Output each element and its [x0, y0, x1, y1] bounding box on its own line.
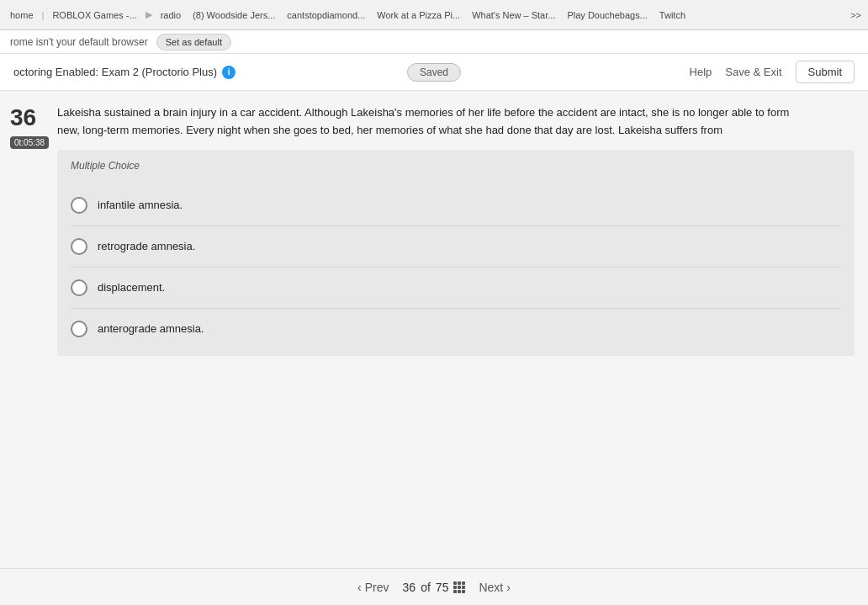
- exam-title-area: octoring Enabled: Exam 2 (Proctorio Plus…: [13, 66, 690, 79]
- pagination-bar: ‹ Prev 36 of 75 Next ›: [0, 568, 868, 605]
- prev-label: Prev: [365, 581, 389, 594]
- tab-pizza[interactable]: Work at a Pizza Pi...: [373, 8, 463, 22]
- default-browser-message: rome isn't your default browser: [10, 36, 148, 48]
- browser-tab-bar: home | ROBLOX Games -... ▶ radio (8) Woo…: [0, 0, 868, 30]
- radio-option-b[interactable]: [71, 238, 87, 255]
- of-label: of: [421, 581, 431, 594]
- tab-woodside[interactable]: (8) Woodside Jers...: [189, 8, 278, 22]
- option-text-c: displacement.: [98, 281, 165, 294]
- question-number: 36: [10, 106, 36, 130]
- header-actions: Help Save & Exit Submit: [690, 61, 855, 83]
- question-content: Lakeisha sustained a brain injury in a c…: [50, 91, 868, 605]
- tab-whats-new[interactable]: What's New – Star...: [468, 8, 558, 22]
- next-button[interactable]: Next ›: [479, 581, 510, 594]
- answer-type-label: Multiple Choice: [71, 160, 841, 172]
- total-pages: 75: [436, 581, 449, 594]
- saved-badge: Saved: [407, 63, 461, 82]
- default-browser-bar: rome isn't your default browser Set as d…: [0, 30, 868, 54]
- prev-chevron-icon: ‹: [357, 581, 362, 594]
- question-wrapper: 36 0t:05:38 Lakeisha sustained a brain i…: [0, 91, 868, 605]
- tab-home[interactable]: home: [7, 8, 37, 22]
- next-chevron-icon: ›: [506, 581, 511, 594]
- option-text-a: infantile amnesia.: [98, 199, 183, 211]
- exam-title: octoring Enabled: Exam 2 (Proctorio Plus…: [13, 66, 217, 78]
- tab-douchebags[interactable]: Play Douchebags...: [564, 8, 650, 22]
- tab-roblox[interactable]: ROBLOX Games -...: [49, 8, 140, 22]
- set-default-button[interactable]: Set as default: [156, 34, 231, 50]
- radio-option-c[interactable]: [71, 279, 87, 296]
- tab-cantstop[interactable]: cantstopdiamond...: [283, 8, 368, 22]
- question-number-col: 36 0t:05:38: [0, 91, 50, 605]
- question-text: Lakeisha sustained a brain injury in a c…: [57, 104, 814, 140]
- help-link[interactable]: Help: [690, 66, 712, 78]
- current-page: 36: [403, 581, 416, 594]
- timer-badge: 0t:05:38: [10, 136, 49, 149]
- radio-option-a[interactable]: [71, 197, 87, 214]
- info-icon[interactable]: i: [222, 66, 236, 79]
- tab-radio[interactable]: radio: [157, 8, 184, 22]
- tab-twitch[interactable]: Twitch: [656, 8, 689, 22]
- next-label: Next: [479, 581, 503, 594]
- save-exit-button[interactable]: Save & Exit: [725, 66, 781, 78]
- answer-option-b[interactable]: retrograde amnesia.: [71, 226, 841, 268]
- option-text-b: retrograde amnesia.: [98, 240, 195, 252]
- radio-option-d[interactable]: [71, 321, 87, 337]
- answer-option-a[interactable]: infantile amnesia.: [71, 185, 841, 226]
- page-info: 36 of 75: [403, 581, 466, 594]
- option-text-d: anterograde amnesia.: [98, 322, 204, 335]
- answer-section: Multiple Choice infantile amnesia. retro…: [57, 150, 855, 356]
- answer-option-c[interactable]: displacement.: [71, 268, 841, 309]
- page-grid-icon[interactable]: [453, 581, 465, 593]
- answer-option-d[interactable]: anterograde amnesia.: [71, 309, 841, 349]
- top-header: octoring Enabled: Exam 2 (Proctorio Plus…: [0, 54, 868, 91]
- prev-button[interactable]: ‹ Prev: [357, 581, 389, 594]
- submit-button[interactable]: Submit: [796, 61, 855, 83]
